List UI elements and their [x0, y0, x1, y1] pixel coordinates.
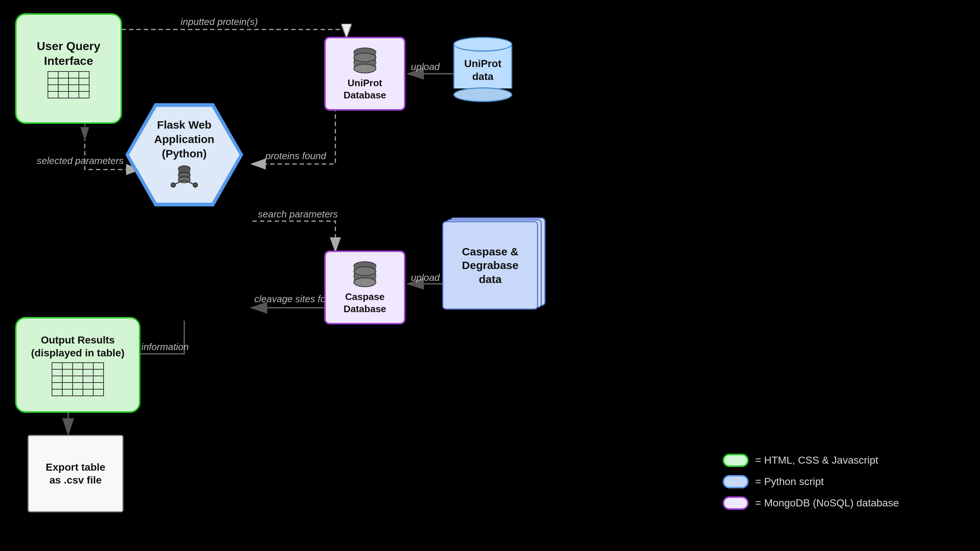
upload-caspase-label: upload: [411, 272, 441, 283]
legend-purple-shape: [723, 497, 749, 510]
proteins-found-label: proteins found: [265, 150, 326, 161]
uniprot-db-icon: [350, 46, 380, 76]
svg-point-18: [354, 64, 376, 73]
legend-purple-text: = MongoDB (NoSQL) database: [755, 497, 899, 509]
output-table-icon: [52, 362, 104, 396]
svg-point-24: [354, 278, 376, 287]
user-query-node: User Query Interface: [15, 13, 122, 124]
svg-point-22: [354, 267, 376, 276]
caspase-data-node: Caspase & Degrabase data: [442, 221, 538, 310]
svg-point-11: [171, 183, 175, 187]
inputted-proteins-label: inputted protein(s): [181, 16, 258, 27]
legend-blue-shape: [723, 475, 749, 488]
legend-green-text: = HTML, CSS & Javascript: [755, 454, 878, 466]
legend-blue: = Python script: [723, 475, 899, 488]
uniprot-db-node: UniProt Database: [325, 37, 406, 111]
caspase-db-title: Caspase Database: [344, 291, 386, 315]
selected-params-label: selected parameters: [37, 155, 124, 166]
svg-point-16: [354, 53, 376, 62]
caspase-db-node: Caspase Database: [325, 251, 406, 324]
legend-green: = HTML, CSS & Javascript: [723, 454, 899, 467]
export-title: Export table as .csv file: [46, 461, 105, 487]
output-results-title: Output Results (displayed in table): [31, 334, 124, 359]
legend-blue-text: = Python script: [755, 476, 824, 487]
search-params-label: search parameters: [258, 209, 338, 220]
uniprot-data-title: UniProt data: [455, 57, 511, 83]
table-icon: [48, 71, 89, 99]
svg-point-12: [193, 183, 197, 187]
legend-purple: = MongoDB (NoSQL) database: [723, 497, 899, 510]
export-node: Export table as .csv file: [28, 435, 124, 512]
flask-icon: [168, 162, 201, 193]
uniprot-data-node: UniProt data: [453, 37, 512, 102]
user-query-title: User Query Interface: [37, 39, 100, 68]
caspase-data-title: Caspase & Degrabase data: [462, 245, 518, 287]
flask-title: Flask Web Application (Python): [147, 118, 221, 161]
uniprot-db-title: UniProt Database: [344, 77, 386, 101]
legend-green-shape: [723, 454, 749, 467]
flask-node: Flask Web Application (Python): [125, 103, 243, 206]
upload-uniprot-label: upload: [411, 61, 441, 72]
caspase-db-icon: [350, 260, 380, 289]
legend: = HTML, CSS & Javascript = Python script…: [723, 454, 899, 518]
output-results-node: Output Results (displayed in table): [15, 317, 140, 413]
